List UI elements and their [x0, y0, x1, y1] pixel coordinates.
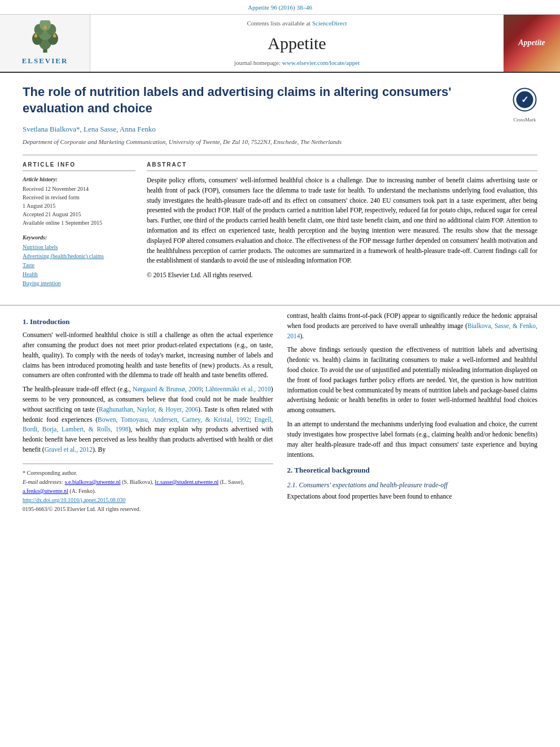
- section2-sub1: 2.1. Consumers' expectations and health-…: [287, 480, 538, 490]
- keyword-3[interactable]: Taste: [23, 261, 135, 270]
- ref-bowen[interactable]: Bowen, Tomoyasu, Andersen, Carney, & Kri…: [98, 416, 250, 423]
- email1-person: (S. Bialkova),: [122, 479, 155, 485]
- keywords-label: Keywords:: [23, 234, 135, 242]
- section2-sub1-para: Expectations about food properties have …: [287, 492, 538, 502]
- keyword-1[interactable]: Nutrition labels: [23, 243, 135, 252]
- citation-bar: Appetite 96 (2016) 38–46: [0, 0, 560, 15]
- article-title: The role of nutrition labels and adverti…: [23, 84, 537, 116]
- article-info-heading: ARTICLE INFO: [23, 161, 135, 171]
- section1-para2: The health-pleasure trade-off effect (e.…: [23, 385, 273, 455]
- appetite-cover: Appetite: [504, 15, 560, 72]
- footnote-section: * Corresponding author. E-mail addresses…: [23, 464, 273, 514]
- corresponding-note: * Corresponding author.: [23, 469, 273, 478]
- email-label: E-mail addresses:: [23, 479, 63, 485]
- authors: Svetlana Bialkova*, Lena Sasse, Anna Fen…: [23, 124, 537, 134]
- ref-bialkova[interactable]: Bialkova, Sasse, & Fenko, 2014: [287, 322, 538, 339]
- homepage-line: journal homepage: www.elsevier.com/locat…: [234, 59, 360, 67]
- article-info-abstract: ARTICLE INFO Article history: Received 1…: [23, 161, 537, 288]
- section2-heading: 2. Theoretical background: [287, 465, 538, 475]
- keyword-4[interactable]: Health: [23, 270, 135, 279]
- keyword-5[interactable]: Buying intention: [23, 279, 135, 288]
- crossmark-icon: ✓: [512, 87, 537, 112]
- cover-image-area: Appetite: [504, 15, 560, 72]
- ref-raghunathan[interactable]: Raghunathan, Naylor, & Hoyer, 2006: [99, 406, 198, 413]
- elsevier-logo: ELSEVIER: [22, 20, 68, 66]
- date1: 1 August 2015: [23, 202, 135, 210]
- right-para2: The above findings seriously question th…: [287, 345, 538, 416]
- journal-header: ELSEVIER Contents lists available at Sci…: [0, 15, 560, 73]
- crossmark-area: ✓ CrossMark: [512, 87, 537, 124]
- sciencedirect-link[interactable]: ScienceDirect: [312, 20, 347, 27]
- email2-link[interactable]: lc.sasse@student.utwente.nl: [155, 479, 218, 485]
- ref-gravel[interactable]: Gravel et al., 2012: [45, 446, 93, 453]
- right-para1: contrast, health claims front-of-pack (F…: [287, 311, 538, 341]
- email2-person: (L. Sasse),: [220, 479, 244, 485]
- svg-text:✓: ✓: [521, 95, 528, 104]
- journal-header-center: Contents lists available at ScienceDirec…: [90, 15, 504, 72]
- divider-1: [23, 155, 537, 155]
- page: Appetite 96 (2016) 38–46: [0, 0, 560, 525]
- right-para3: In an attempt to understand the mechanis…: [287, 420, 538, 460]
- article-history-label: Article history:: [23, 176, 135, 184]
- elsevier-tree-icon: [23, 20, 68, 54]
- section1-para1: Consumers' well-informed healthful choic…: [23, 330, 273, 381]
- cover-text: Appetite: [518, 38, 545, 48]
- accepted-date: Accepted 21 August 2015: [23, 210, 135, 219]
- citation-text: Appetite 96 (2016) 38–46: [248, 4, 312, 11]
- abstract-text: Despite policy efforts, consumers' well-…: [147, 176, 537, 266]
- doi-line: http://dx.doi.org/10.1016/j.appet.2015.0…: [23, 496, 273, 505]
- body-right-col: contrast, health claims front-of-pack (F…: [287, 311, 538, 514]
- issn-line: 0195-6663/© 2015 Elsevier Ltd. All right…: [23, 505, 273, 514]
- ref-lahteenmaki[interactable]: Lähteenmäki et al., 2010: [205, 386, 271, 392]
- homepage-link[interactable]: www.elsevier.com/locate/appet: [282, 59, 360, 66]
- ref-norgaard[interactable]: Nørgaard & Brunsø, 2009: [133, 386, 202, 392]
- article-content: ✓ CrossMark The role of nutrition labels…: [0, 73, 560, 299]
- keyword-2[interactable]: Advertising (health/hedonic) claims: [23, 252, 135, 261]
- doi-link[interactable]: http://dx.doi.org/10.1016/j.appet.2015.0…: [23, 497, 125, 503]
- abstract-panel: ABSTRACT Despite policy efforts, consume…: [147, 161, 537, 288]
- email1-link[interactable]: s.e.bialkova@utwente.nl: [65, 479, 121, 485]
- journal-name: Appetite: [268, 32, 326, 55]
- affiliation: Department of Corporate and Marketing Co…: [23, 138, 537, 146]
- elsevier-brand-text: ELSEVIER: [22, 56, 68, 66]
- copyright-line: © 2015 Elsevier Ltd. All rights reserved…: [147, 270, 537, 281]
- crossmark-label: CrossMark: [512, 116, 537, 124]
- section1-heading: 1. Introduction: [23, 317, 273, 327]
- contents-availability: Contents lists available at ScienceDirec…: [247, 19, 347, 28]
- received-date: Received 12 November 2014: [23, 185, 135, 193]
- available-date: Available online 1 September 2015: [23, 219, 135, 227]
- body-content: 1. Introduction Consumers' well-informed…: [0, 305, 560, 525]
- received-revised-label: Received in revised form: [23, 193, 135, 202]
- email3-link[interactable]: a.fenko@utwente.nl: [23, 488, 68, 494]
- article-info-panel: ARTICLE INFO Article history: Received 1…: [23, 161, 135, 288]
- two-col-body: 1. Introduction Consumers' well-informed…: [23, 311, 537, 514]
- body-left-col: 1. Introduction Consumers' well-informed…: [23, 311, 273, 514]
- abstract-heading: ABSTRACT: [147, 161, 537, 171]
- email3-person: (A. Fenko).: [69, 488, 95, 494]
- email-addresses: E-mail addresses: s.e.bialkova@utwente.n…: [23, 478, 273, 496]
- elsevier-logo-area: ELSEVIER: [0, 15, 90, 72]
